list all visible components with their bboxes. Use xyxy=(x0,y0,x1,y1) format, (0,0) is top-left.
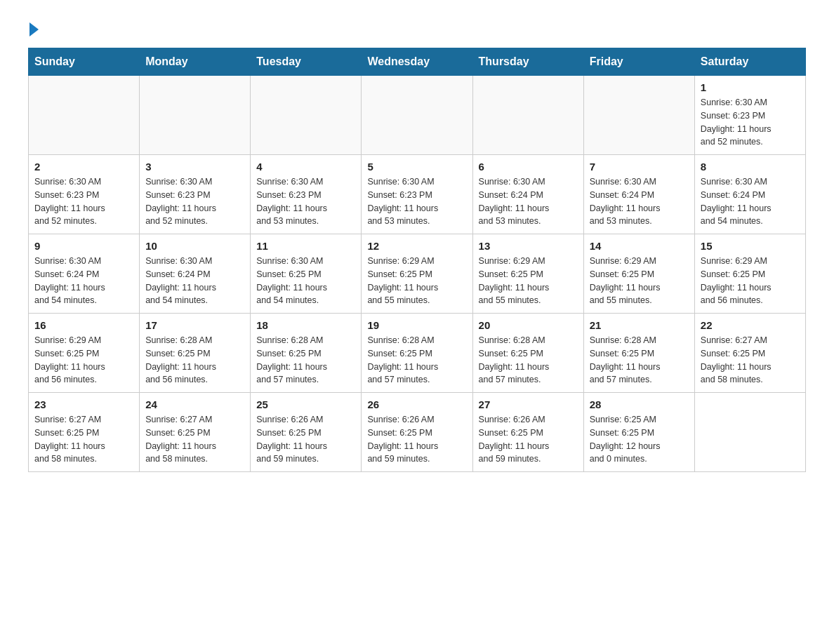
calendar-day: 11Sunrise: 6:30 AM Sunset: 6:25 PM Dayli… xyxy=(251,234,362,314)
calendar-header-wednesday: Wednesday xyxy=(362,48,472,76)
calendar-day: 2Sunrise: 6:30 AM Sunset: 6:23 PM Daylig… xyxy=(29,155,140,234)
calendar-day xyxy=(251,76,362,155)
day-number: 22 xyxy=(701,319,800,331)
day-number: 24 xyxy=(145,398,244,410)
day-number: 21 xyxy=(590,319,689,331)
calendar-day: 15Sunrise: 6:29 AM Sunset: 6:25 PM Dayli… xyxy=(694,234,805,314)
calendar-day: 8Sunrise: 6:30 AM Sunset: 6:24 PM Daylig… xyxy=(694,155,805,234)
calendar-day: 17Sunrise: 6:28 AM Sunset: 6:25 PM Dayli… xyxy=(140,314,251,393)
day-info: Sunrise: 6:29 AM Sunset: 6:25 PM Dayligh… xyxy=(590,255,689,307)
day-number: 4 xyxy=(256,161,355,173)
calendar-day: 5Sunrise: 6:30 AM Sunset: 6:23 PM Daylig… xyxy=(362,155,472,234)
day-info: Sunrise: 6:28 AM Sunset: 6:25 PM Dayligh… xyxy=(367,334,466,387)
logo-triangle-icon xyxy=(29,22,39,36)
day-info: Sunrise: 6:30 AM Sunset: 6:23 PM Dayligh… xyxy=(34,175,133,228)
calendar-day: 7Sunrise: 6:30 AM Sunset: 6:24 PM Daylig… xyxy=(583,155,694,234)
day-number: 16 xyxy=(34,319,133,331)
day-info: Sunrise: 6:29 AM Sunset: 6:25 PM Dayligh… xyxy=(34,334,133,387)
calendar-header-row: SundayMondayTuesdayWednesdayThursdayFrid… xyxy=(29,48,806,76)
calendar-day: 21Sunrise: 6:28 AM Sunset: 6:25 PM Dayli… xyxy=(583,314,694,393)
calendar-day xyxy=(472,76,583,155)
day-number: 25 xyxy=(256,398,355,410)
day-number: 9 xyxy=(34,240,133,252)
day-info: Sunrise: 6:30 AM Sunset: 6:24 PM Dayligh… xyxy=(34,255,133,307)
day-info: Sunrise: 6:26 AM Sunset: 6:25 PM Dayligh… xyxy=(367,413,466,466)
calendar-day xyxy=(583,76,694,155)
day-info: Sunrise: 6:30 AM Sunset: 6:24 PM Dayligh… xyxy=(479,175,578,228)
day-info: Sunrise: 6:26 AM Sunset: 6:25 PM Dayligh… xyxy=(256,413,355,466)
day-info: Sunrise: 6:29 AM Sunset: 6:25 PM Dayligh… xyxy=(367,255,466,307)
day-info: Sunrise: 6:28 AM Sunset: 6:25 PM Dayligh… xyxy=(256,334,355,387)
calendar-table: SundayMondayTuesdayWednesdayThursdayFrid… xyxy=(28,48,806,472)
day-number: 27 xyxy=(479,398,578,410)
calendar-day: 24Sunrise: 6:27 AM Sunset: 6:25 PM Dayli… xyxy=(140,393,251,472)
day-number: 20 xyxy=(479,319,578,331)
day-number: 28 xyxy=(590,398,689,410)
calendar-day: 25Sunrise: 6:26 AM Sunset: 6:25 PM Dayli… xyxy=(251,393,362,472)
calendar-header-saturday: Saturday xyxy=(694,48,805,76)
day-info: Sunrise: 6:30 AM Sunset: 6:24 PM Dayligh… xyxy=(590,175,689,228)
day-info: Sunrise: 6:30 AM Sunset: 6:23 PM Dayligh… xyxy=(256,175,355,228)
calendar-day: 3Sunrise: 6:30 AM Sunset: 6:23 PM Daylig… xyxy=(140,155,251,234)
day-number: 8 xyxy=(701,161,800,173)
day-info: Sunrise: 6:27 AM Sunset: 6:25 PM Dayligh… xyxy=(701,334,800,387)
calendar-week-row: 1Sunrise: 6:30 AM Sunset: 6:23 PM Daylig… xyxy=(29,76,806,155)
day-info: Sunrise: 6:30 AM Sunset: 6:23 PM Dayligh… xyxy=(701,96,800,149)
logo xyxy=(28,21,39,34)
calendar-day xyxy=(140,76,251,155)
day-number: 18 xyxy=(256,319,355,331)
day-number: 5 xyxy=(367,161,466,173)
day-number: 2 xyxy=(34,161,133,173)
calendar-week-row: 9Sunrise: 6:30 AM Sunset: 6:24 PM Daylig… xyxy=(29,234,806,314)
calendar-day: 12Sunrise: 6:29 AM Sunset: 6:25 PM Dayli… xyxy=(362,234,472,314)
calendar-day xyxy=(694,393,805,472)
day-number: 15 xyxy=(701,240,800,252)
day-info: Sunrise: 6:28 AM Sunset: 6:25 PM Dayligh… xyxy=(479,334,578,387)
calendar-day: 19Sunrise: 6:28 AM Sunset: 6:25 PM Dayli… xyxy=(362,314,472,393)
day-number: 19 xyxy=(367,319,466,331)
day-number: 11 xyxy=(256,240,355,252)
day-info: Sunrise: 6:29 AM Sunset: 6:25 PM Dayligh… xyxy=(701,255,800,307)
calendar-day: 1Sunrise: 6:30 AM Sunset: 6:23 PM Daylig… xyxy=(694,76,805,155)
calendar-day: 23Sunrise: 6:27 AM Sunset: 6:25 PM Dayli… xyxy=(29,393,140,472)
day-info: Sunrise: 6:30 AM Sunset: 6:23 PM Dayligh… xyxy=(367,175,466,228)
calendar-day: 20Sunrise: 6:28 AM Sunset: 6:25 PM Dayli… xyxy=(472,314,583,393)
day-number: 1 xyxy=(701,81,800,93)
calendar-day: 4Sunrise: 6:30 AM Sunset: 6:23 PM Daylig… xyxy=(251,155,362,234)
calendar-week-row: 23Sunrise: 6:27 AM Sunset: 6:25 PM Dayli… xyxy=(29,393,806,472)
day-number: 7 xyxy=(590,161,689,173)
day-number: 26 xyxy=(367,398,466,410)
page-header xyxy=(28,21,806,34)
day-info: Sunrise: 6:30 AM Sunset: 6:23 PM Dayligh… xyxy=(145,175,244,228)
calendar-day: 26Sunrise: 6:26 AM Sunset: 6:25 PM Dayli… xyxy=(362,393,472,472)
day-info: Sunrise: 6:27 AM Sunset: 6:25 PM Dayligh… xyxy=(145,413,244,466)
day-number: 6 xyxy=(479,161,578,173)
calendar-week-row: 16Sunrise: 6:29 AM Sunset: 6:25 PM Dayli… xyxy=(29,314,806,393)
day-number: 23 xyxy=(34,398,133,410)
calendar-header-thursday: Thursday xyxy=(472,48,583,76)
day-info: Sunrise: 6:25 AM Sunset: 6:25 PM Dayligh… xyxy=(590,413,689,466)
calendar-day: 16Sunrise: 6:29 AM Sunset: 6:25 PM Dayli… xyxy=(29,314,140,393)
day-number: 17 xyxy=(145,319,244,331)
calendar-header-tuesday: Tuesday xyxy=(251,48,362,76)
day-info: Sunrise: 6:30 AM Sunset: 6:24 PM Dayligh… xyxy=(145,255,244,307)
day-info: Sunrise: 6:28 AM Sunset: 6:25 PM Dayligh… xyxy=(590,334,689,387)
calendar-header-friday: Friday xyxy=(583,48,694,76)
day-info: Sunrise: 6:26 AM Sunset: 6:25 PM Dayligh… xyxy=(479,413,578,466)
day-number: 3 xyxy=(145,161,244,173)
calendar-week-row: 2Sunrise: 6:30 AM Sunset: 6:23 PM Daylig… xyxy=(29,155,806,234)
day-info: Sunrise: 6:27 AM Sunset: 6:25 PM Dayligh… xyxy=(34,413,133,466)
calendar-day: 27Sunrise: 6:26 AM Sunset: 6:25 PM Dayli… xyxy=(472,393,583,472)
calendar-day xyxy=(362,76,472,155)
day-number: 12 xyxy=(367,240,466,252)
calendar-day xyxy=(29,76,140,155)
calendar-day: 22Sunrise: 6:27 AM Sunset: 6:25 PM Dayli… xyxy=(694,314,805,393)
day-info: Sunrise: 6:30 AM Sunset: 6:25 PM Dayligh… xyxy=(256,255,355,307)
day-number: 14 xyxy=(590,240,689,252)
day-info: Sunrise: 6:29 AM Sunset: 6:25 PM Dayligh… xyxy=(479,255,578,307)
day-number: 13 xyxy=(479,240,578,252)
calendar-header-monday: Monday xyxy=(140,48,251,76)
calendar-day: 28Sunrise: 6:25 AM Sunset: 6:25 PM Dayli… xyxy=(583,393,694,472)
calendar-day: 6Sunrise: 6:30 AM Sunset: 6:24 PM Daylig… xyxy=(472,155,583,234)
calendar-day: 14Sunrise: 6:29 AM Sunset: 6:25 PM Dayli… xyxy=(583,234,694,314)
